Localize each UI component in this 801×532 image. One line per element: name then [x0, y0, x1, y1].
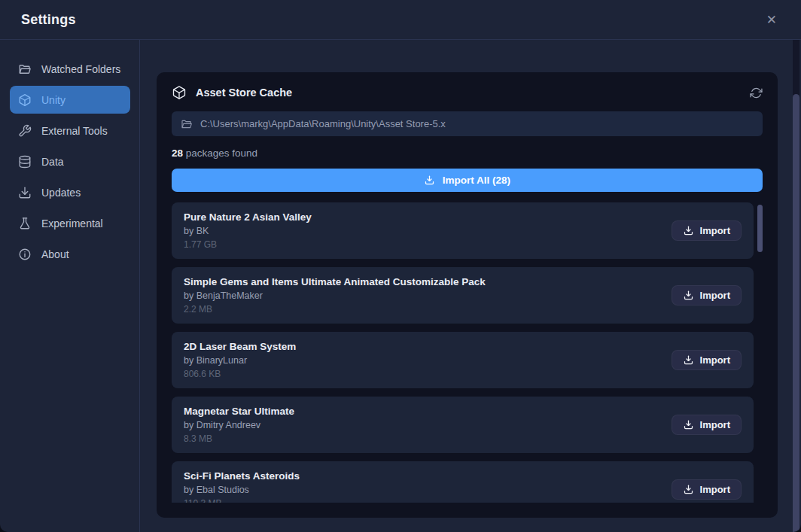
close-button[interactable]: ✕ [763, 11, 780, 29]
sidebar-item-label: Unity [41, 94, 65, 106]
refresh-icon [750, 87, 763, 99]
package-size: 110.3 MB [184, 498, 300, 503]
import-all-label: Import All (28) [443, 175, 510, 186]
package-author: by Ebal Studios [184, 485, 300, 495]
import-button-label: Import [700, 354, 730, 366]
download-icon [683, 225, 694, 236]
sidebar-item-about[interactable]: About [10, 240, 130, 268]
sidebar-item-unity[interactable]: Unity [10, 86, 130, 114]
package-size: 1.77 GB [184, 239, 312, 250]
package-cube-icon [18, 93, 32, 107]
package-name: 2D Laser Beam System [184, 341, 296, 352]
wrench-icon [18, 124, 32, 138]
sidebar-item-label: External Tools [41, 125, 108, 137]
package-cube-icon [172, 85, 187, 100]
database-icon [18, 155, 32, 169]
import-button[interactable]: Import [672, 415, 742, 435]
import-button[interactable]: Import [672, 220, 742, 241]
package-row: 2D Laser Beam System by BinaryLunar 806.… [172, 332, 754, 388]
window-body: Watched Folders Unity External Tools Dat… [0, 40, 801, 532]
refresh-button[interactable] [750, 87, 763, 99]
page-title: Settings [21, 12, 76, 28]
package-name: Sci-Fi Planets Asteroids [184, 470, 300, 482]
package-author: by BinaryLunar [184, 355, 296, 366]
package-author: by BenjaTheMaker [184, 290, 486, 301]
cache-path-field[interactable]: C:\Users\markg\AppData\Roaming\Unity\Ass… [172, 111, 763, 136]
import-button[interactable]: Import [672, 350, 742, 370]
package-row: Magnetar Star Ultimate by Dmitry Andreev… [172, 397, 754, 453]
download-icon [683, 484, 694, 495]
sidebar-item-label: Updates [41, 187, 81, 199]
package-info: Sci-Fi Planets Asteroids by Ebal Studios… [184, 470, 300, 503]
sidebar-item-external-tools[interactable]: External Tools [10, 117, 130, 144]
package-author: by Dmitry Andreev [184, 420, 294, 430]
sidebar-item-watched-folders[interactable]: Watched Folders [10, 55, 130, 83]
download-icon [424, 175, 435, 186]
package-author: by BK [184, 226, 312, 236]
titlebar: Settings ✕ [0, 0, 801, 40]
import-button-label: Import [700, 484, 730, 495]
download-icon [18, 186, 32, 199]
package-name: Magnetar Star Ultimate [184, 406, 294, 417]
package-info: Simple Gems and Items Ultimate Animated … [184, 276, 486, 315]
import-button[interactable]: Import [672, 285, 742, 306]
download-icon [683, 419, 694, 430]
package-row: Simple Gems and Items Ultimate Animated … [172, 267, 754, 324]
folder-open-icon [18, 62, 32, 76]
folder-open-icon [181, 118, 193, 130]
sidebar: Watched Folders Unity External Tools Dat… [0, 40, 140, 532]
settings-window: Settings ✕ Watched Folders Unity Exte [0, 0, 801, 532]
download-icon [683, 290, 694, 301]
package-name: Simple Gems and Items Ultimate Animated … [184, 276, 486, 287]
package-count-suffix: packages found [183, 147, 257, 159]
import-all-button[interactable]: Import All (28) [172, 169, 763, 192]
package-size: 2.2 MB [184, 304, 486, 315]
packages-found-line: 28 packages found [172, 147, 763, 159]
window-scrollbar-thumb[interactable] [793, 94, 799, 532]
download-icon [683, 354, 694, 366]
sidebar-item-label: About [41, 248, 69, 260]
package-size: 806.6 KB [184, 369, 296, 379]
sidebar-item-updates[interactable]: Updates [10, 178, 130, 206]
info-icon [18, 248, 32, 261]
content-area: Asset Store Cache C:\Users\markg\AppData… [140, 40, 801, 532]
cache-path-value: C:\Users\markg\AppData\Roaming\Unity\Ass… [200, 118, 446, 129]
package-info: 2D Laser Beam System by BinaryLunar 806.… [184, 341, 296, 379]
asset-store-cache-card: Asset Store Cache C:\Users\markg\AppData… [157, 72, 778, 518]
sidebar-item-label: Data [41, 156, 64, 168]
sidebar-item-experimental[interactable]: Experimental [10, 209, 130, 237]
sidebar-item-label: Experimental [41, 217, 103, 230]
sidebar-item-label: Watched Folders [41, 63, 120, 75]
package-info: Pure Nature 2 Asian Valley by BK 1.77 GB [184, 211, 312, 250]
package-info: Magnetar Star Ultimate by Dmitry Andreev… [184, 406, 294, 444]
import-button-label: Import [700, 225, 730, 236]
package-list-scrollbar-thumb[interactable] [757, 205, 763, 252]
package-size: 8.3 MB [184, 433, 294, 444]
package-list: Pure Nature 2 Asian Valley by BK 1.77 GB… [172, 202, 763, 503]
flask-icon [18, 217, 32, 230]
import-button-label: Import [700, 290, 730, 301]
import-button-label: Import [700, 419, 730, 430]
import-button[interactable]: Import [672, 479, 742, 500]
card-header: Asset Store Cache [172, 84, 763, 101]
card-title: Asset Store Cache [196, 87, 292, 99]
package-count: 28 [172, 147, 183, 159]
package-name: Pure Nature 2 Asian Valley [184, 211, 312, 223]
sidebar-item-data[interactable]: Data [10, 147, 130, 175]
window-scrollbar[interactable] [793, 40, 799, 532]
package-row: Pure Nature 2 Asian Valley by BK 1.77 GB… [172, 202, 754, 259]
package-row: Sci-Fi Planets Asteroids by Ebal Studios… [172, 461, 754, 503]
